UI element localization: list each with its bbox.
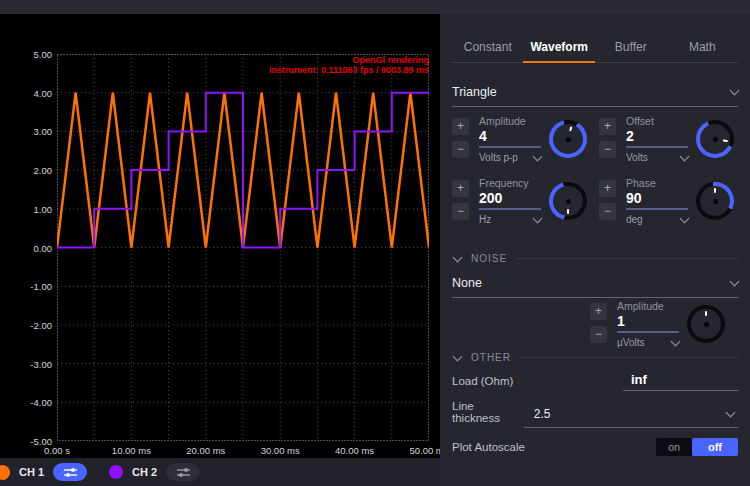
noise-section-header[interactable]: NOISE [452,253,738,264]
top-bar [0,0,750,14]
offset-value[interactable]: 2 [626,128,688,148]
phase-knob[interactable] [696,182,734,220]
y-tick-label: 5.00 [2,49,52,60]
tab-math[interactable]: Math [667,34,739,62]
chevron-down-icon [730,277,740,287]
plot-autoscale-toggle: on off [656,438,738,456]
chevron-down-icon [680,213,690,223]
noise-amplitude-unit-dropdown[interactable]: µVolts [617,337,679,348]
offset-knob[interactable] [696,120,734,158]
offset-increment-button[interactable]: + [599,118,616,135]
y-tick-label: 2.00 [2,165,52,176]
chevron-down-icon [726,408,736,418]
tab-buffer[interactable]: Buffer [595,34,667,62]
sliders-icon [176,467,191,478]
noise-section-label: NOISE [471,253,507,264]
chevron-down-icon [730,86,740,96]
ch2-settings-button[interactable] [166,463,200,481]
plot-autoscale-row: Plot Autoscale on off [452,438,738,456]
phase-unit: deg [626,214,643,225]
line-thickness-label: Line thickness [452,400,524,428]
y-tick-label: -2.00 [2,320,52,331]
frequency-unit-dropdown[interactable]: Hz [479,214,541,225]
amplitude-unit: Volts p-p [479,152,518,163]
y-tick-label: -1.00 [2,281,52,292]
tab-constant[interactable]: Constant [452,34,524,62]
amplitude-unit-dropdown[interactable]: Volts p-p [479,152,541,163]
noise-amplitude-knob[interactable] [687,305,725,343]
amplitude-control: + − Amplitude 4 Volts p-p [452,115,591,165]
amplitude-label: Amplitude [479,115,541,127]
phase-decrement-button[interactable]: − [599,203,616,220]
plot-region: OpenGl rendering instrument: 0.111063 fp… [0,14,440,458]
y-tick-label: -3.00 [2,359,52,370]
chevron-down-icon [453,252,463,262]
noise-type-dropdown[interactable]: None [452,276,738,298]
noise-amplitude-unit: µVolts [617,337,644,348]
amplitude-decrement-button[interactable]: − [452,141,469,158]
offset-unit-dropdown[interactable]: Volts [626,152,688,163]
frequency-knob[interactable] [549,182,587,220]
tab-bar: Constant Waveform Buffer Math [452,34,738,63]
section-divider [521,357,738,358]
line-thickness-dropdown[interactable]: 2.5 [524,407,738,428]
settings-panel: Constant Waveform Buffer Math Triangle +… [440,14,750,486]
noise-amplitude-label: Amplitude [617,300,679,312]
offset-label: Offset [626,115,688,127]
frequency-increment-button[interactable]: + [452,180,469,197]
chevron-down-icon [680,151,690,161]
noise-amplitude-decrement-button[interactable]: − [590,326,607,343]
chevron-down-icon [671,336,681,346]
autoscale-on-button[interactable]: on [656,438,692,456]
amplitude-knob[interactable] [549,120,587,158]
x-tick-label: 10.00 ms [99,445,163,456]
y-tick-label: 1.00 [2,204,52,215]
ch2-label: CH 2 [132,466,157,478]
sliders-icon [63,467,78,478]
phase-label: Phase [626,177,688,189]
parameter-grid: + − Amplitude 4 Volts p-p + [452,115,738,227]
tab-waveform[interactable]: Waveform [524,34,596,62]
chevron-down-icon [453,351,463,361]
ch2-enable-dot[interactable] [109,465,123,479]
y-tick-label: 0.00 [2,243,52,254]
frequency-unit: Hz [479,214,491,225]
amplitude-increment-button[interactable]: + [452,118,469,135]
ch1-settings-button[interactable] [53,463,87,481]
phase-unit-dropdown[interactable]: deg [626,214,688,225]
chevron-down-icon [533,213,543,223]
autoscale-off-button[interactable]: off [692,438,738,456]
frequency-label: Frequency [479,177,541,189]
frequency-decrement-button[interactable]: − [452,203,469,220]
ch1-enable-dot[interactable] [0,465,10,480]
line-thickness-value: 2.5 [534,407,551,421]
load-input[interactable] [623,372,738,390]
plot-autoscale-label: Plot Autoscale [452,441,525,453]
y-tick-label: 3.00 [2,126,52,137]
y-tick-label: -4.00 [2,397,52,408]
noise-type-value: None [452,276,482,290]
x-tick-label: 30.00 ms [248,445,312,456]
noise-amplitude-value[interactable]: 1 [617,313,679,333]
noise-amplitude-control: + − Amplitude 1 µVolts [590,300,738,350]
waveform-type-dropdown[interactable]: Triangle [452,85,738,107]
section-divider [517,258,738,259]
line-thickness-row: Line thickness 2.5 [452,400,738,428]
phase-increment-button[interactable]: + [599,180,616,197]
offset-unit: Volts [626,152,648,163]
amplitude-value[interactable]: 4 [479,128,541,148]
other-section-header[interactable]: OTHER [452,352,738,363]
x-tick-label: 20.00 ms [174,445,238,456]
load-label: Load (Ohm) [452,375,513,391]
noise-amplitude-increment-button[interactable]: + [590,303,607,320]
ch1-label: CH 1 [19,466,44,478]
waveform-plot[interactable] [57,54,429,441]
x-tick-label: 0.00 s [25,445,89,456]
opengl-annotation: OpenGl rendering [269,55,429,65]
offset-decrement-button[interactable]: − [599,141,616,158]
y-tick-label: 4.00 [2,88,52,99]
chevron-down-icon [533,151,543,161]
frequency-value[interactable]: 200 [479,190,541,210]
phase-value[interactable]: 90 [626,190,688,210]
frequency-control: + − Frequency 200 Hz [452,177,591,227]
